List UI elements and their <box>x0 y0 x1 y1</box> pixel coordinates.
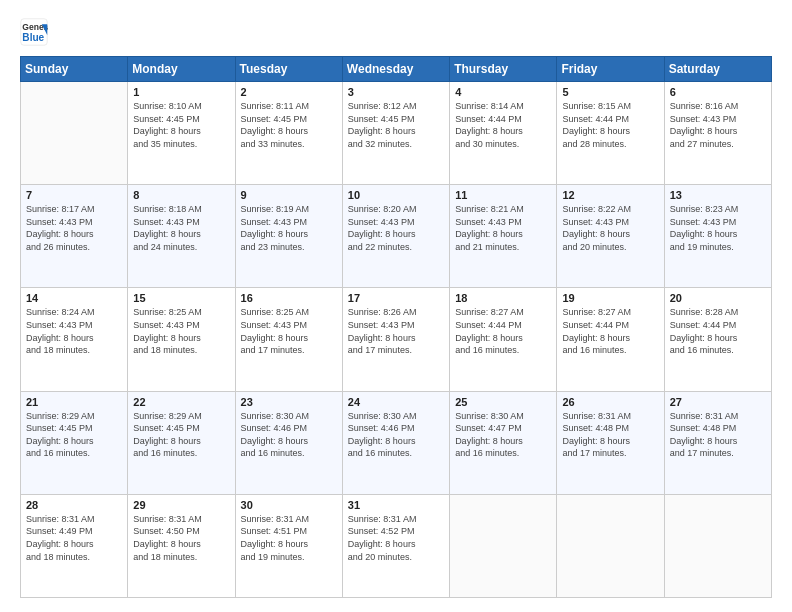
calendar-cell: 16Sunrise: 8:25 AMSunset: 4:43 PMDayligh… <box>235 288 342 391</box>
day-info: Sunrise: 8:25 AMSunset: 4:43 PMDaylight:… <box>241 306 337 356</box>
calendar-cell: 5Sunrise: 8:15 AMSunset: 4:44 PMDaylight… <box>557 82 664 185</box>
day-info: Sunrise: 8:30 AMSunset: 4:46 PMDaylight:… <box>241 410 337 460</box>
header: General Blue <box>20 18 772 46</box>
calendar-week-row: 21Sunrise: 8:29 AMSunset: 4:45 PMDayligh… <box>21 391 772 494</box>
calendar-cell: 18Sunrise: 8:27 AMSunset: 4:44 PMDayligh… <box>450 288 557 391</box>
day-info: Sunrise: 8:16 AMSunset: 4:43 PMDaylight:… <box>670 100 766 150</box>
calendar-cell: 6Sunrise: 8:16 AMSunset: 4:43 PMDaylight… <box>664 82 771 185</box>
calendar-cell: 21Sunrise: 8:29 AMSunset: 4:45 PMDayligh… <box>21 391 128 494</box>
logo-icon: General Blue <box>20 18 48 46</box>
day-number: 22 <box>133 396 229 408</box>
day-number: 29 <box>133 499 229 511</box>
day-number: 27 <box>670 396 766 408</box>
day-info: Sunrise: 8:29 AMSunset: 4:45 PMDaylight:… <box>133 410 229 460</box>
calendar-cell: 27Sunrise: 8:31 AMSunset: 4:48 PMDayligh… <box>664 391 771 494</box>
day-info: Sunrise: 8:12 AMSunset: 4:45 PMDaylight:… <box>348 100 444 150</box>
day-info: Sunrise: 8:31 AMSunset: 4:50 PMDaylight:… <box>133 513 229 563</box>
day-info: Sunrise: 8:31 AMSunset: 4:51 PMDaylight:… <box>241 513 337 563</box>
day-info: Sunrise: 8:10 AMSunset: 4:45 PMDaylight:… <box>133 100 229 150</box>
calendar-cell: 30Sunrise: 8:31 AMSunset: 4:51 PMDayligh… <box>235 494 342 597</box>
day-number: 18 <box>455 292 551 304</box>
weekday-header: Friday <box>557 57 664 82</box>
day-info: Sunrise: 8:27 AMSunset: 4:44 PMDaylight:… <box>455 306 551 356</box>
day-info: Sunrise: 8:31 AMSunset: 4:52 PMDaylight:… <box>348 513 444 563</box>
calendar-cell: 23Sunrise: 8:30 AMSunset: 4:46 PMDayligh… <box>235 391 342 494</box>
day-info: Sunrise: 8:14 AMSunset: 4:44 PMDaylight:… <box>455 100 551 150</box>
calendar-cell: 31Sunrise: 8:31 AMSunset: 4:52 PMDayligh… <box>342 494 449 597</box>
calendar-cell: 10Sunrise: 8:20 AMSunset: 4:43 PMDayligh… <box>342 185 449 288</box>
calendar-header-row: SundayMondayTuesdayWednesdayThursdayFrid… <box>21 57 772 82</box>
day-number: 12 <box>562 189 658 201</box>
day-number: 23 <box>241 396 337 408</box>
calendar-cell: 8Sunrise: 8:18 AMSunset: 4:43 PMDaylight… <box>128 185 235 288</box>
day-info: Sunrise: 8:25 AMSunset: 4:43 PMDaylight:… <box>133 306 229 356</box>
calendar-table: SundayMondayTuesdayWednesdayThursdayFrid… <box>20 56 772 598</box>
day-number: 14 <box>26 292 122 304</box>
weekday-header: Monday <box>128 57 235 82</box>
weekday-header: Thursday <box>450 57 557 82</box>
day-number: 20 <box>670 292 766 304</box>
day-info: Sunrise: 8:31 AMSunset: 4:48 PMDaylight:… <box>670 410 766 460</box>
weekday-header: Sunday <box>21 57 128 82</box>
calendar-cell: 22Sunrise: 8:29 AMSunset: 4:45 PMDayligh… <box>128 391 235 494</box>
day-info: Sunrise: 8:23 AMSunset: 4:43 PMDaylight:… <box>670 203 766 253</box>
day-number: 15 <box>133 292 229 304</box>
calendar-week-row: 7Sunrise: 8:17 AMSunset: 4:43 PMDaylight… <box>21 185 772 288</box>
day-number: 6 <box>670 86 766 98</box>
calendar-cell: 29Sunrise: 8:31 AMSunset: 4:50 PMDayligh… <box>128 494 235 597</box>
day-number: 16 <box>241 292 337 304</box>
day-info: Sunrise: 8:27 AMSunset: 4:44 PMDaylight:… <box>562 306 658 356</box>
page: General Blue SundayMondayTuesdayWednesda… <box>0 0 792 612</box>
day-number: 30 <box>241 499 337 511</box>
calendar-week-row: 1Sunrise: 8:10 AMSunset: 4:45 PMDaylight… <box>21 82 772 185</box>
calendar-cell <box>21 82 128 185</box>
calendar-cell: 11Sunrise: 8:21 AMSunset: 4:43 PMDayligh… <box>450 185 557 288</box>
calendar-cell: 28Sunrise: 8:31 AMSunset: 4:49 PMDayligh… <box>21 494 128 597</box>
calendar-cell: 26Sunrise: 8:31 AMSunset: 4:48 PMDayligh… <box>557 391 664 494</box>
day-number: 3 <box>348 86 444 98</box>
calendar-cell <box>557 494 664 597</box>
day-number: 1 <box>133 86 229 98</box>
svg-text:Blue: Blue <box>22 32 44 43</box>
day-number: 10 <box>348 189 444 201</box>
day-info: Sunrise: 8:22 AMSunset: 4:43 PMDaylight:… <box>562 203 658 253</box>
day-info: Sunrise: 8:29 AMSunset: 4:45 PMDaylight:… <box>26 410 122 460</box>
day-info: Sunrise: 8:18 AMSunset: 4:43 PMDaylight:… <box>133 203 229 253</box>
calendar-cell <box>664 494 771 597</box>
calendar-cell: 25Sunrise: 8:30 AMSunset: 4:47 PMDayligh… <box>450 391 557 494</box>
day-number: 26 <box>562 396 658 408</box>
day-info: Sunrise: 8:24 AMSunset: 4:43 PMDaylight:… <box>26 306 122 356</box>
day-info: Sunrise: 8:31 AMSunset: 4:48 PMDaylight:… <box>562 410 658 460</box>
calendar-cell: 17Sunrise: 8:26 AMSunset: 4:43 PMDayligh… <box>342 288 449 391</box>
calendar-cell: 7Sunrise: 8:17 AMSunset: 4:43 PMDaylight… <box>21 185 128 288</box>
day-number: 4 <box>455 86 551 98</box>
day-number: 24 <box>348 396 444 408</box>
calendar-week-row: 14Sunrise: 8:24 AMSunset: 4:43 PMDayligh… <box>21 288 772 391</box>
day-number: 13 <box>670 189 766 201</box>
day-number: 9 <box>241 189 337 201</box>
day-info: Sunrise: 8:26 AMSunset: 4:43 PMDaylight:… <box>348 306 444 356</box>
weekday-header: Tuesday <box>235 57 342 82</box>
day-info: Sunrise: 8:31 AMSunset: 4:49 PMDaylight:… <box>26 513 122 563</box>
day-info: Sunrise: 8:11 AMSunset: 4:45 PMDaylight:… <box>241 100 337 150</box>
day-number: 17 <box>348 292 444 304</box>
calendar-cell: 13Sunrise: 8:23 AMSunset: 4:43 PMDayligh… <box>664 185 771 288</box>
logo: General Blue <box>20 18 52 46</box>
calendar-cell: 14Sunrise: 8:24 AMSunset: 4:43 PMDayligh… <box>21 288 128 391</box>
day-info: Sunrise: 8:30 AMSunset: 4:47 PMDaylight:… <box>455 410 551 460</box>
calendar-week-row: 28Sunrise: 8:31 AMSunset: 4:49 PMDayligh… <box>21 494 772 597</box>
day-info: Sunrise: 8:20 AMSunset: 4:43 PMDaylight:… <box>348 203 444 253</box>
day-number: 25 <box>455 396 551 408</box>
day-number: 5 <box>562 86 658 98</box>
day-info: Sunrise: 8:28 AMSunset: 4:44 PMDaylight:… <box>670 306 766 356</box>
calendar-cell <box>450 494 557 597</box>
day-info: Sunrise: 8:17 AMSunset: 4:43 PMDaylight:… <box>26 203 122 253</box>
day-number: 7 <box>26 189 122 201</box>
day-info: Sunrise: 8:21 AMSunset: 4:43 PMDaylight:… <box>455 203 551 253</box>
day-info: Sunrise: 8:19 AMSunset: 4:43 PMDaylight:… <box>241 203 337 253</box>
calendar-cell: 24Sunrise: 8:30 AMSunset: 4:46 PMDayligh… <box>342 391 449 494</box>
weekday-header: Wednesday <box>342 57 449 82</box>
calendar-cell: 15Sunrise: 8:25 AMSunset: 4:43 PMDayligh… <box>128 288 235 391</box>
day-number: 11 <box>455 189 551 201</box>
calendar-cell: 1Sunrise: 8:10 AMSunset: 4:45 PMDaylight… <box>128 82 235 185</box>
